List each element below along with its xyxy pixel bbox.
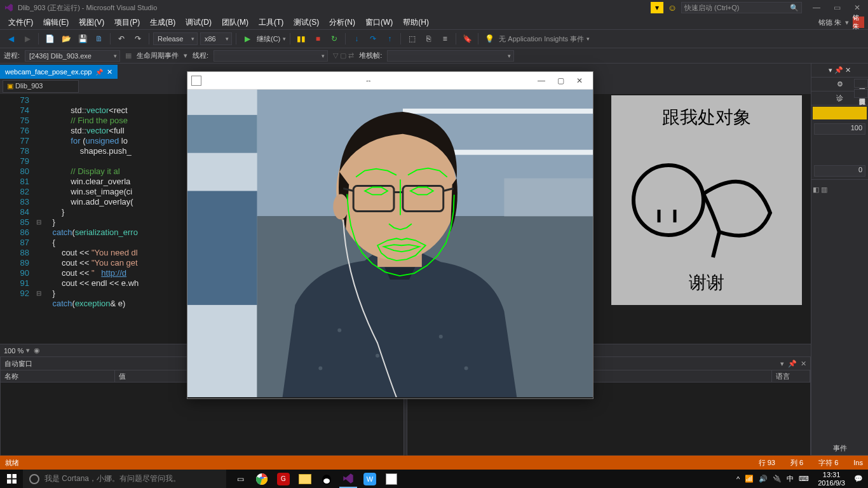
nav-back-button[interactable]: ◀ bbox=[4, 32, 18, 46]
continue-button-label[interactable]: 继续(C) bbox=[257, 34, 280, 44]
taskbar-chrome-icon[interactable] bbox=[253, 470, 271, 488]
tray-wifi-icon[interactable]: 📶 bbox=[745, 475, 754, 483]
menu-project[interactable]: 项目(P) bbox=[110, 16, 144, 29]
taskbar-explorer-icon[interactable] bbox=[296, 470, 314, 488]
insights-icon[interactable]: 💡 bbox=[482, 32, 496, 46]
menu-help[interactable]: 帮助(H) bbox=[398, 16, 433, 29]
nav-forward-button[interactable]: ▶ bbox=[20, 32, 34, 46]
step-into-icon[interactable]: ↓ bbox=[349, 32, 363, 46]
tray-keyboard-icon[interactable]: ⌨ bbox=[799, 475, 809, 483]
title-bar: Dlib_903 (正在运行) - Microsoft Visual Studi… bbox=[0, 0, 868, 15]
file-tab-active[interactable]: webcam_face_pose_ex.cpp 📌 ✕ bbox=[0, 65, 118, 79]
debug-location-toolbar: 进程: [2436] Dlib_903.exe ▦ 生命周期事件 ▾ 线程: ▽… bbox=[0, 48, 868, 64]
toolbar-misc-1[interactable]: ⬚ bbox=[405, 32, 419, 46]
start-button[interactable] bbox=[0, 470, 23, 488]
break-all-icon[interactable]: ▮▮ bbox=[294, 32, 308, 46]
main-toolbar: ◀ ▶ 📄 📂 💾 🗎 ↶ ↷ Release x86 ▶ 继续(C) ▾ ▮▮… bbox=[0, 29, 868, 48]
quick-launch-input[interactable]: 快速启动 (Ctrl+Q) 🔍 bbox=[681, 2, 802, 13]
diag-events-tab[interactable]: 事件 bbox=[811, 442, 868, 456]
vtab-solution-explorer[interactable]: 解决方案资源管理器 bbox=[854, 79, 868, 88]
minimize-button[interactable]: ― bbox=[810, 3, 824, 12]
maximize-button[interactable]: ▭ bbox=[830, 3, 844, 12]
line-number-gutter: 7374757677787980818283848586878889909192 bbox=[0, 94, 34, 344]
tray-chevron-icon[interactable]: ^ bbox=[736, 475, 740, 483]
panel-close-icon[interactable]: ✕ bbox=[801, 360, 806, 368]
webcam-minimize-button[interactable]: ― bbox=[532, 76, 551, 85]
redo-icon[interactable]: ↷ bbox=[131, 32, 145, 46]
status-bar: 就绪 行 93 列 6 字符 6 Ins bbox=[0, 456, 868, 470]
menu-tools[interactable]: 工具(T) bbox=[254, 16, 288, 29]
menu-view[interactable]: 视图(V) bbox=[74, 16, 109, 29]
tray-clock[interactable]: 13:31 2016/9/3 bbox=[814, 471, 849, 487]
status-ready: 就绪 bbox=[5, 458, 19, 468]
step-over-icon[interactable]: ↷ bbox=[366, 32, 380, 46]
diag-pin-row[interactable]: ▾ 📌 ✕ bbox=[811, 64, 868, 78]
webcam-titlebar[interactable]: ↔ ― ▢ ✕ bbox=[187, 72, 593, 90]
taskbar-app-sheet-icon[interactable] bbox=[383, 470, 400, 488]
stackframe-label: 堆栈帧: bbox=[359, 51, 382, 60]
tray-volume-icon[interactable]: 🔊 bbox=[759, 475, 768, 483]
system-tray: ^ 📶 🔊 🔌 中 ⌨ 13:31 2016/9/3 💬 bbox=[731, 471, 868, 487]
new-project-icon[interactable]: 📄 bbox=[43, 32, 57, 46]
svg-point-12 bbox=[337, 329, 341, 332]
process-label: 进程: bbox=[4, 51, 20, 60]
taskbar-qq-icon[interactable] bbox=[318, 470, 336, 488]
menu-edit[interactable]: 编辑(E) bbox=[39, 16, 73, 29]
menu-debug[interactable]: 调试(D) bbox=[181, 16, 216, 29]
menu-test[interactable]: 测试(S) bbox=[289, 16, 323, 29]
taskbar-vs-icon[interactable] bbox=[339, 470, 357, 488]
meme-drawing bbox=[616, 130, 797, 271]
toolbar-misc-3[interactable]: ≡ bbox=[438, 32, 452, 46]
tray-notifications-icon[interactable]: 💬 bbox=[854, 475, 863, 483]
menu-build[interactable]: 生成(B) bbox=[146, 16, 180, 29]
thread-combo[interactable] bbox=[214, 50, 328, 62]
taskbar-netease-icon[interactable]: G bbox=[275, 470, 292, 488]
webcam-maximize-button[interactable]: ▢ bbox=[551, 76, 570, 85]
svg-point-15 bbox=[465, 367, 468, 370]
diagnostics-panel: ▾ 📌 ✕ ⚙ 诊 100 0 ◧ ▥ 事件 事件 bbox=[811, 64, 868, 470]
feedback-smile-icon[interactable]: ☺ bbox=[666, 2, 679, 13]
restart-icon[interactable]: ↻ bbox=[327, 32, 341, 46]
undo-icon[interactable]: ↶ bbox=[114, 32, 128, 46]
toolbar-bookmark-icon[interactable]: 🔖 bbox=[460, 32, 474, 46]
nav-scope-combo[interactable]: ▣ Dlib_903 bbox=[3, 80, 79, 93]
stop-debug-icon[interactable]: ■ bbox=[311, 32, 325, 46]
close-button[interactable]: ✕ bbox=[850, 3, 864, 12]
toolbar-misc-2[interactable]: ⎘ bbox=[421, 32, 435, 46]
menu-analyze[interactable]: 分析(N) bbox=[325, 16, 360, 29]
fold-gutter[interactable]: ⊟ ⊟ bbox=[34, 94, 43, 344]
continue-button-icon[interactable]: ▶ bbox=[240, 32, 254, 46]
insights-label[interactable]: 无 Application Insights 事件 bbox=[499, 34, 584, 44]
webcam-close-button[interactable]: ✕ bbox=[570, 76, 589, 85]
webcam-output-window[interactable]: ↔ ― ▢ ✕ bbox=[187, 71, 593, 399]
taskbar-app-blue-icon[interactable]: W bbox=[361, 470, 379, 488]
save-icon[interactable]: 💾 bbox=[76, 32, 90, 46]
panel-dropdown-icon[interactable]: ▾ bbox=[780, 360, 784, 368]
vtab-team-explorer[interactable]: 团队资源管理器 bbox=[854, 89, 868, 98]
callstack-col-lang[interactable]: 语言 bbox=[772, 370, 810, 382]
pin-icon[interactable]: 📌 bbox=[95, 69, 103, 76]
platform-combo[interactable]: x86 bbox=[200, 32, 232, 45]
notification-flag-icon[interactable]: ▾ bbox=[651, 2, 663, 13]
window-title: Dlib_903 (正在运行) - Microsoft Visual Studi… bbox=[18, 3, 157, 13]
menu-team[interactable]: 团队(M) bbox=[217, 16, 253, 29]
tab-close-icon[interactable]: ✕ bbox=[107, 68, 112, 76]
config-combo[interactable]: Release bbox=[153, 32, 198, 45]
menu-file[interactable]: 文件(F) bbox=[4, 16, 37, 29]
cortana-placeholder: 我是 Cortana，小娜。有问题尽管问我。 bbox=[44, 473, 180, 484]
menu-window[interactable]: 窗口(W) bbox=[361, 16, 397, 29]
tray-ime-icon[interactable]: 中 bbox=[787, 474, 794, 484]
autos-col-name[interactable]: 名称 bbox=[1, 370, 115, 382]
open-file-icon[interactable]: 📂 bbox=[59, 32, 73, 46]
step-out-icon[interactable]: ↑ bbox=[383, 32, 397, 46]
task-view-icon[interactable]: ▭ bbox=[231, 470, 249, 488]
stackframe-combo[interactable] bbox=[387, 50, 514, 62]
svg-point-16 bbox=[318, 367, 322, 370]
zoom-level[interactable]: 100 % bbox=[4, 347, 24, 355]
tray-battery-icon[interactable]: 🔌 bbox=[773, 475, 782, 483]
account-area[interactable]: 铭德 朱 ▾ 铭朱 bbox=[818, 17, 868, 28]
save-all-icon[interactable]: 🗎 bbox=[92, 32, 106, 46]
panel-pin-icon[interactable]: 📌 bbox=[788, 360, 797, 368]
process-combo[interactable]: [2436] Dlib_903.exe bbox=[25, 50, 120, 62]
cortana-search[interactable]: 我是 Cortana，小娜。有问题尽管问我。 bbox=[23, 470, 226, 488]
